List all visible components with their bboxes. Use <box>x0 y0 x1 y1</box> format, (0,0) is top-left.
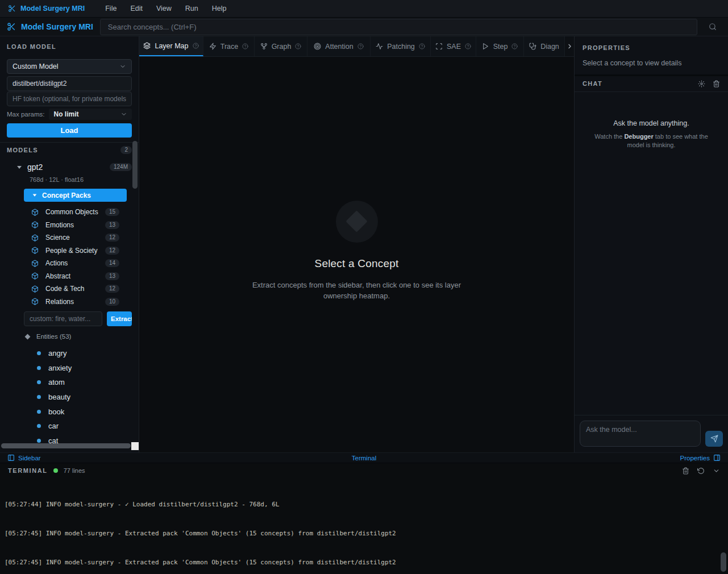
bullet-icon <box>37 395 41 399</box>
send-button[interactable] <box>705 431 723 447</box>
extract-button[interactable]: Extract <box>107 311 132 326</box>
help-icon <box>242 43 248 49</box>
tab-graph[interactable]: Graph <box>255 36 307 56</box>
sidebar: LOAD MODEL Custom Model Max params: No l… <box>0 36 139 452</box>
entities-header[interactable]: Entities (53) <box>26 332 132 340</box>
menu-file[interactable]: File <box>98 2 123 15</box>
toggle-sidebar[interactable]: Sidebar <box>7 454 41 461</box>
menu-help[interactable]: Help <box>205 2 234 15</box>
bullet-icon <box>37 439 41 443</box>
empty-state-description: Extract concepts from the sidebar, then … <box>243 280 471 301</box>
toggle-terminal[interactable]: Terminal <box>0 455 728 461</box>
search-icon <box>709 23 717 31</box>
tab-trace[interactable]: Trace <box>203 36 255 56</box>
model-type-value: Custom Model <box>13 63 59 70</box>
entity-item-angry[interactable]: angry <box>37 346 132 361</box>
log-line: [05:27:45] INFO model-surgery - Extracte… <box>5 558 723 567</box>
log-line: [05:27:45] INFO model-surgery - Extracte… <box>5 529 723 538</box>
pack-item-relations[interactable]: Relations 10 <box>31 296 132 309</box>
model-size-badge: 124M <box>110 163 132 171</box>
entity-item-anxiety[interactable]: anxiety <box>37 361 132 376</box>
model-type-select[interactable]: Custom Model <box>7 59 132 74</box>
sidebar-horizontal-scrollbar[interactable] <box>1 443 131 448</box>
pack-item-code-tech[interactable]: Code & Tech 12 <box>31 282 132 296</box>
pack-item-people-society[interactable]: People & Society 12 <box>31 244 132 257</box>
concept-packs-button[interactable]: Concept Packs <box>24 189 127 202</box>
toolbar-title: Model Surgery MRI <box>21 22 93 31</box>
max-params-select[interactable]: No limit <box>49 109 132 120</box>
caret-down-icon <box>17 166 22 169</box>
search-input[interactable] <box>100 19 697 35</box>
pack-name: Relations <box>45 298 98 306</box>
entity-item-book[interactable]: book <box>37 404 132 419</box>
pack-name: Emotions <box>45 221 98 229</box>
entity-item-car[interactable]: car <box>37 419 132 434</box>
entity-item-atom[interactable]: atom <box>37 375 132 390</box>
pack-item-actions[interactable]: Actions 14 <box>31 257 132 270</box>
sidebar-toggle-label: Sidebar <box>18 455 41 461</box>
chevron-down-icon[interactable] <box>713 467 720 475</box>
scan-icon <box>435 43 443 50</box>
toggle-properties[interactable]: Properties <box>680 454 721 461</box>
tabs-overflow-button[interactable] <box>565 36 574 56</box>
menu-edit[interactable]: Edit <box>123 2 149 15</box>
trash-icon[interactable] <box>682 467 689 475</box>
search-button[interactable] <box>704 19 721 35</box>
tab-attention[interactable]: Attention <box>307 36 371 56</box>
panel-right-icon <box>713 454 721 461</box>
empty-state-title: Select a Concept <box>243 257 471 270</box>
tab-patching[interactable]: Patching <box>371 36 431 56</box>
tab-step[interactable]: Step <box>476 36 524 56</box>
pack-count-badge: 12 <box>105 234 119 242</box>
chat-empty-hint: Watch the Debugger tab to see what the m… <box>585 132 717 149</box>
model-meta: 768d · 12L · float16 <box>30 176 132 184</box>
pack-name: People & Society <box>45 247 98 255</box>
package-icon <box>31 209 39 216</box>
pack-count-badge: 12 <box>105 247 119 255</box>
terminal-scrollbar[interactable] <box>721 552 726 572</box>
pack-item-science[interactable]: Science 12 <box>31 231 132 244</box>
model-tree-item[interactable]: gpt2 124M <box>7 161 132 173</box>
toolbar-brand: Model Surgery MRI <box>7 22 93 31</box>
tab-label: Diagn <box>540 43 559 51</box>
load-button[interactable]: Load <box>7 123 132 138</box>
sidebar-vertical-scrollbar[interactable] <box>132 141 138 189</box>
bullet-icon <box>37 351 41 355</box>
terminal-header: TERMINAL 77 lines <box>0 463 728 478</box>
custom-concepts-input[interactable] <box>24 311 102 326</box>
tab-layer-map[interactable]: Layer Map <box>139 36 203 56</box>
pack-item-emotions[interactable]: Emotions 13 <box>31 219 132 232</box>
help-icon <box>357 43 364 49</box>
menu-run[interactable]: Run <box>178 2 205 15</box>
menu-view[interactable]: View <box>149 2 178 15</box>
gear-icon[interactable] <box>698 80 705 88</box>
entity-label: angry <box>48 349 67 357</box>
help-icon <box>465 43 471 49</box>
max-params-row: Max params: No limit <box>7 109 132 120</box>
pack-name: Actions <box>45 259 98 267</box>
concept-pack-list: Common Objects 15 Emotions 13 Science 12… <box>7 206 132 308</box>
rotate-ccw-icon[interactable] <box>697 467 705 475</box>
tab-diagnostics[interactable]: Diagn <box>524 36 565 56</box>
status-bar: Sidebar Terminal Properties <box>0 452 728 463</box>
entity-item-beauty[interactable]: beauty <box>37 390 132 405</box>
model-name: gpt2 <box>27 163 110 172</box>
hint-bold: Debugger <box>624 133 653 140</box>
package-icon <box>31 285 39 293</box>
pack-name: Science <box>45 234 98 242</box>
empty-state: Select a Concept Extract concepts from t… <box>243 201 471 301</box>
tab-label: SAE <box>447 43 461 51</box>
pack-name: Abstract <box>45 272 98 280</box>
entities-header-label: Entities (53) <box>36 333 71 340</box>
terminal-panel: TERMINAL 77 lines [05:27:44] INFO model-… <box>0 463 728 574</box>
trash-icon[interactable] <box>713 80 720 88</box>
tab-sae[interactable]: SAE <box>431 36 476 56</box>
workspace: LOAD MODEL Custom Model Max params: No l… <box>0 36 728 452</box>
hf-token-input[interactable] <box>7 91 132 106</box>
pack-item-common-objects[interactable]: Common Objects 15 <box>31 206 132 219</box>
entity-label: car <box>48 422 59 430</box>
pack-item-abstract[interactable]: Abstract 13 <box>31 270 132 283</box>
model-id-input[interactable] <box>7 76 132 91</box>
chat-input[interactable] <box>580 421 701 447</box>
pack-count-badge: 15 <box>105 208 119 216</box>
